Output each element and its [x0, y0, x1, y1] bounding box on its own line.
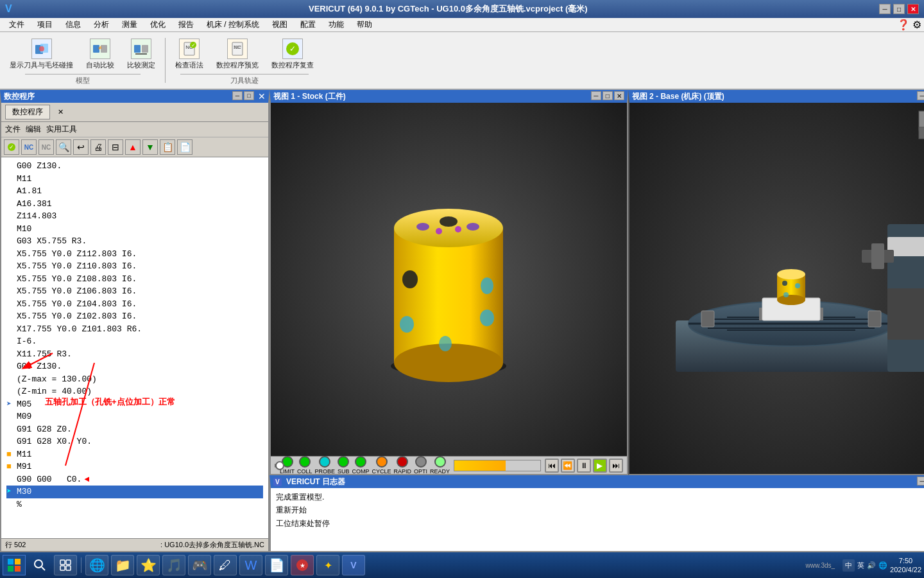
status-indicators: LIMIT COLL PROBE SUB	[280, 456, 450, 475]
taskbar-task-view[interactable]	[54, 555, 77, 575]
menu-report[interactable]: 报告	[172, 18, 200, 31]
play-back[interactable]: ⏪	[561, 459, 575, 473]
taskbar-game[interactable]: 🎮	[188, 555, 211, 575]
indicator-sub: SUB	[338, 456, 350, 475]
play-forward[interactable]: ▶	[593, 459, 607, 473]
menu-file[interactable]: 文件	[3, 18, 31, 31]
nc-btn-search[interactable]: 🔍	[56, 139, 71, 155]
taskbar-unknown2[interactable]: ★	[291, 555, 314, 575]
svg-rect-68	[15, 566, 21, 572]
play-to-start[interactable]: ⏮	[545, 459, 559, 473]
indicator-opti: OPTI	[414, 456, 427, 475]
menu-config[interactable]: 配置	[294, 18, 322, 31]
taskbar-search-button[interactable]	[28, 555, 51, 575]
nc-tab-close[interactable]: ✕	[58, 108, 64, 116]
nc-btn-up[interactable]: ▲	[125, 139, 141, 155]
nc-btn-print[interactable]: 🖨	[90, 139, 106, 155]
nc-menu-edit[interactable]: 编辑	[26, 124, 41, 135]
opti-dot[interactable]	[415, 456, 427, 468]
code-line: G00 Z130.	[6, 160, 263, 173]
nc-btn-undo[interactable]: ↩	[73, 139, 89, 155]
nc-btn-nc2[interactable]: NC	[38, 139, 54, 155]
svg-point-30	[402, 270, 418, 288]
nc-review-button[interactable]: ✓ 数控程序复查	[267, 36, 318, 73]
nc-btn-nc1[interactable]: NC	[21, 139, 37, 155]
nc-menu-tools[interactable]: 实用工具	[46, 124, 77, 135]
play-to-end[interactable]: ⏭	[609, 459, 623, 473]
check-syntax-button[interactable]: NC ✓ 检查语法	[171, 36, 208, 73]
nc-panel-minimize[interactable]: ─	[232, 91, 243, 100]
nc-btn-copy[interactable]: 📋	[160, 139, 175, 155]
menu-function[interactable]: 功能	[322, 18, 350, 31]
nc-panel-maximize[interactable]: □	[244, 91, 254, 100]
tray-lang-zh[interactable]: 中	[843, 559, 855, 572]
nc-panel-close[interactable]: ✕	[258, 91, 266, 101]
coll-dot[interactable]	[299, 456, 311, 468]
code-area[interactable]: G00 Z130. M11 A1.81 A16.381 Z114.803 M10…	[1, 157, 268, 538]
sub-dot[interactable]	[338, 456, 349, 468]
view1-3d[interactable]	[271, 103, 627, 456]
menu-view[interactable]: 视图	[266, 18, 294, 31]
menu-machine[interactable]: 机床 / 控制系统	[200, 18, 266, 31]
menu-help[interactable]: 帮助	[350, 18, 379, 31]
view2-minimize[interactable]: ─	[917, 91, 924, 100]
menu-analysis[interactable]: 分析	[87, 18, 116, 31]
menu-project[interactable]: 项目	[31, 18, 59, 31]
indicator-cycle: CYCLE	[372, 456, 391, 475]
taskbar-media[interactable]: 🎵	[162, 555, 185, 575]
menu-optimize[interactable]: 优化	[144, 18, 172, 31]
progress-bar[interactable]	[454, 460, 541, 471]
taskbar-vericut[interactable]: V	[342, 555, 365, 575]
view1-maximize[interactable]: □	[603, 91, 613, 100]
nc-btn-check[interactable]: ✓	[4, 139, 19, 155]
svg-text:★: ★	[300, 562, 305, 569]
tray-lang-en[interactable]: 英	[857, 561, 864, 570]
view2-3d[interactable]: 底	[629, 103, 924, 474]
taskbar-word[interactable]: W	[239, 555, 262, 575]
taskbar-unknown1[interactable]: 📄	[265, 555, 288, 575]
menu-info[interactable]: 信息	[59, 18, 87, 31]
nc-menu-file[interactable]: 文件	[5, 124, 21, 135]
view1-minimize[interactable]: ─	[591, 91, 601, 100]
view1-close[interactable]: ✕	[614, 91, 624, 100]
taskbar-ie[interactable]: 🌐	[85, 555, 108, 575]
nc-submenu: 文件 编辑 实用工具	[1, 122, 268, 137]
view1-panel: 视图 1 - Stock (工件) ─ □ ✕	[270, 90, 628, 475]
nc-preview-button[interactable]: NC 数控程序预览	[212, 36, 263, 73]
nc-tab[interactable]: 数控程序	[5, 105, 50, 119]
comp-dot[interactable]	[355, 456, 366, 468]
menu-measure[interactable]: 测量	[116, 18, 144, 31]
close-button[interactable]: ✕	[907, 4, 919, 14]
nc-btn-down[interactable]: ▼	[142, 139, 158, 155]
taskbar-pen[interactable]: 🖊	[214, 555, 237, 575]
model-group-label: 模型	[25, 74, 141, 85]
rapid-dot[interactable]	[397, 456, 408, 468]
orientation-cube[interactable]: 底	[916, 108, 924, 140]
ready-dot[interactable]	[434, 456, 446, 468]
watermark: www.3ds_	[805, 562, 835, 569]
compare-measure-button[interactable]: 比较测定	[123, 36, 160, 73]
taskbar-unknown3[interactable]: ✦	[316, 555, 339, 575]
maximize-button[interactable]: □	[893, 4, 905, 14]
probe-dot[interactable]	[319, 456, 330, 468]
taskbar-explorer[interactable]: 📁	[111, 555, 134, 575]
code-line: X17.755 Y0.0 Z101.803 R6.	[6, 323, 263, 336]
auto-compare-button[interactable]: ≠ 自动比较	[81, 36, 119, 73]
nc-btn-split[interactable]: ⊟	[108, 139, 123, 155]
log-entry: 完成重置模型.	[276, 491, 924, 504]
start-button[interactable]	[3, 555, 26, 575]
code-line: X11.755 R3.	[6, 348, 263, 361]
tray-volume[interactable]: 🔊	[867, 561, 876, 570]
tray-network[interactable]: 🌐	[878, 561, 887, 570]
log-minimize[interactable]: ─	[917, 477, 924, 486]
playback-slider[interactable]	[275, 464, 276, 468]
cycle-dot[interactable]	[376, 456, 388, 468]
show-collision-button[interactable]: 显示刀具与毛坯碰撞	[5, 36, 78, 73]
nc-btn-paste[interactable]: 📄	[177, 139, 193, 155]
minimize-button[interactable]: ─	[879, 4, 891, 14]
taskbar-favorites[interactable]: ⭐	[137, 555, 160, 575]
play-pause[interactable]: ⏸	[577, 459, 591, 473]
view1-controls: ─ □ ✕	[591, 91, 624, 100]
slider-thumb[interactable]	[275, 461, 284, 470]
svg-line-70	[42, 567, 45, 570]
